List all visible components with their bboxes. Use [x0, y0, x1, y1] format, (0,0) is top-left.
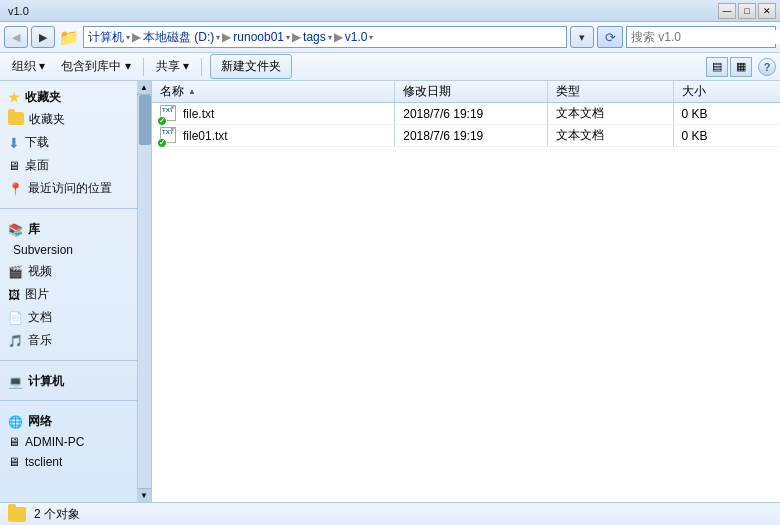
library-section: 📚 库 Subversion 🎬 视频 🖼 图片 📄 文档 🎵 音乐 [0, 213, 151, 356]
main-area: ★ 收藏夹 收藏夹 ⬇ 下载 🖥 桌面 📍 最近访问的位置 [0, 81, 780, 502]
favorites-label: 收藏夹 [25, 89, 61, 106]
new-folder-button[interactable]: 新建文件夹 [210, 54, 292, 79]
file-type-cell: 文本文档 [548, 103, 674, 124]
pc-icon: 🖥 [8, 435, 20, 449]
library-label: 库 [28, 221, 40, 238]
star-icon: ★ [8, 90, 20, 105]
breadcrumb-tags[interactable]: tags▾ [303, 30, 332, 44]
file-name: file01.txt [183, 129, 228, 143]
file-name-cell: TXT ✓ file01.txt [152, 125, 395, 146]
file-name: file.txt [183, 107, 214, 121]
window-title: v1.0 [4, 5, 29, 17]
network-section: 🌐 网络 🖥 ADMIN-PC 🖥 tsclient [0, 405, 151, 476]
sidebar-item-label: 下载 [25, 134, 49, 151]
column-date[interactable]: 修改日期 [395, 81, 548, 102]
organize-menu[interactable]: 组织 ▾ [4, 55, 53, 78]
breadcrumb-arrow-button[interactable]: ▾ [570, 26, 594, 48]
file-date: 2018/7/6 19:19 [403, 129, 483, 143]
menubar: 组织 ▾ 包含到库中 ▾ 共享 ▾ 新建文件夹 ▤ ▦ ? [0, 53, 780, 81]
computer-section: 💻 计算机 [0, 365, 151, 396]
column-type[interactable]: 类型 [548, 81, 674, 102]
close-button[interactable]: ✕ [758, 3, 776, 19]
menu-divider-2 [201, 58, 202, 76]
share-menu[interactable]: 共享 ▾ [148, 55, 197, 78]
sidebar-separator-2 [0, 360, 151, 361]
file-table-header: 名称 ▲ 修改日期 类型 大小 [152, 81, 780, 103]
sidebar-item-documents[interactable]: 📄 文档 [0, 306, 151, 329]
status-count: 2 个对象 [34, 506, 80, 523]
breadcrumb[interactable]: 计算机▾ ▶ 本地磁盘 (D:)▾ ▶ runoob01▾ ▶ tags▾ ▶ … [83, 26, 567, 48]
sidebar-item-label: 图片 [25, 286, 49, 303]
file-icon-wrapper-2: TXT ✓ [160, 127, 178, 145]
library-icon: 📚 [8, 223, 23, 237]
view-details-button[interactable]: ▦ [730, 57, 752, 77]
forward-button[interactable]: ▶ [31, 26, 55, 48]
location-icon: 📍 [8, 182, 23, 196]
search-input[interactable] [627, 30, 780, 44]
sidebar-item-admin-pc[interactable]: 🖥 ADMIN-PC [0, 432, 151, 452]
toolbar-area: ◀ ▶ 📁 计算机▾ ▶ 本地磁盘 (D:)▾ ▶ runoob01▾ ▶ ta… [0, 22, 780, 53]
sidebar-item-subversion[interactable]: Subversion [0, 240, 151, 260]
desktop-icon: 🖥 [8, 159, 20, 173]
breadcrumb-runoob[interactable]: runoob01▾ [233, 30, 290, 44]
breadcrumb-v1[interactable]: v1.0▾ [345, 30, 374, 44]
column-size[interactable]: 大小 [674, 81, 780, 102]
table-row[interactable]: TXT ✓ file.txt 2018/7/6 19:19 文本文档 0 KB [152, 103, 780, 125]
help-button[interactable]: ? [758, 58, 776, 76]
sidebar-separator-1 [0, 208, 151, 209]
column-type-label: 类型 [556, 83, 580, 100]
scrollbar-thumb[interactable] [139, 95, 151, 145]
video-icon: 🎬 [8, 265, 23, 279]
file-name-cell: TXT ✓ file.txt [152, 103, 395, 124]
view-buttons: ▤ ▦ ? [706, 57, 776, 77]
breadcrumb-drive[interactable]: 本地磁盘 (D:)▾ [143, 29, 220, 46]
refresh-button[interactable]: ⟳ [597, 26, 623, 48]
folder-nav-icon: 📁 [58, 26, 80, 48]
file-date-cell: 2018/7/6 19:19 [395, 103, 548, 124]
column-name[interactable]: 名称 ▲ [152, 81, 395, 102]
svn-overlay-icon-2: ✓ [157, 138, 167, 148]
sidebar-item-label: 文档 [28, 309, 52, 326]
status-folder-icon [8, 507, 26, 522]
sidebar-item-label: 桌面 [25, 157, 49, 174]
sidebar-item-music[interactable]: 🎵 音乐 [0, 329, 151, 352]
library-header: 📚 库 [0, 217, 151, 240]
include-library-menu[interactable]: 包含到库中 ▾ [53, 55, 138, 78]
sidebar-item-favorites[interactable]: 收藏夹 [0, 108, 151, 131]
music-icon: 🎵 [8, 334, 23, 348]
sidebar-item-recent[interactable]: 📍 最近访问的位置 [0, 177, 151, 200]
file-date-cell: 2018/7/6 19:19 [395, 125, 548, 146]
table-row[interactable]: TXT ✓ file01.txt 2018/7/6 19:19 文本文档 0 K… [152, 125, 780, 147]
sidebar-scrollbar[interactable]: ▲ ▼ [137, 81, 151, 502]
breadcrumb-computer[interactable]: 计算机▾ [88, 29, 130, 46]
download-icon: ⬇ [8, 135, 20, 151]
sidebar-item-tsclient[interactable]: 🖥 tsclient [0, 452, 151, 472]
sidebar-item-label: 音乐 [28, 332, 52, 349]
menu-group-left: 组织 ▾ 包含到库中 ▾ 共享 ▾ 新建文件夹 [4, 54, 292, 79]
file-list: TXT ✓ file.txt 2018/7/6 19:19 文本文档 0 KB [152, 103, 780, 502]
column-date-label: 修改日期 [403, 83, 451, 100]
sidebar-item-images[interactable]: 🖼 图片 [0, 283, 151, 306]
doc-icon: 📄 [8, 311, 23, 325]
favorites-section: ★ 收藏夹 收藏夹 ⬇ 下载 🖥 桌面 📍 最近访问的位置 [0, 81, 151, 204]
sidebar-item-video[interactable]: 🎬 视频 [0, 260, 151, 283]
network-icon: 🌐 [8, 415, 23, 429]
sidebar-item-label: ADMIN-PC [25, 435, 84, 449]
computer-label: 计算机 [28, 373, 64, 390]
file-size-cell: 0 KB [674, 125, 780, 146]
sidebar-item-desktop[interactable]: 🖥 桌面 [0, 154, 151, 177]
title-bar: v1.0 — □ ✕ [0, 0, 780, 22]
minimize-button[interactable]: — [718, 3, 736, 19]
sidebar-item-label: tsclient [25, 455, 62, 469]
status-bar: 2 个对象 [0, 502, 780, 525]
window-controls: — □ ✕ [718, 3, 776, 19]
scrollbar-down-arrow[interactable]: ▼ [137, 488, 151, 502]
sidebar-item-downloads[interactable]: ⬇ 下载 [0, 131, 151, 154]
scrollbar-up-arrow[interactable]: ▲ [137, 81, 151, 95]
svn-overlay-icon: ✓ [157, 116, 167, 126]
search-bar: 🔍 [626, 26, 776, 48]
view-toggle-button[interactable]: ▤ [706, 57, 728, 77]
back-button[interactable]: ◀ [4, 26, 28, 48]
file-type: 文本文档 [556, 105, 604, 122]
maximize-button[interactable]: □ [738, 3, 756, 19]
